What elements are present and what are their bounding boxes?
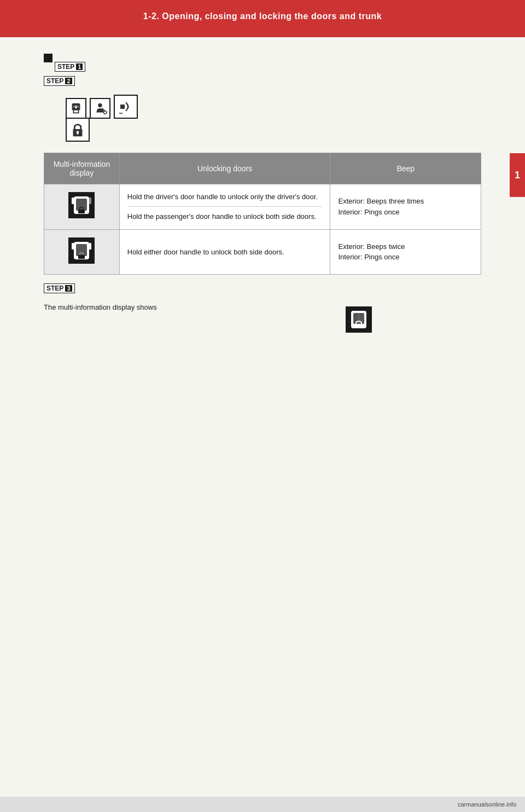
svg-rect-20 [76, 244, 87, 256]
sub-bar [0, 33, 525, 37]
table-row2-unlock-cell: Hold either door handle to unlock both s… [119, 229, 330, 275]
table-col2-header: Unlocking doors [119, 153, 330, 184]
table-col3-header: Beep [330, 153, 481, 184]
svg-rect-21 [72, 243, 74, 250]
table-row2-beep-cell: Exterior: Beeps twiceInterior: Pings onc… [330, 229, 481, 275]
footer-url: carmanualsonline.info [458, 801, 516, 808]
keyfob-person-icon [90, 98, 110, 119]
section-marker [44, 54, 52, 62]
svg-rect-15 [72, 198, 74, 204]
table-row2-icon-cell [44, 229, 120, 275]
svg-rect-2 [74, 111, 78, 113]
svg-rect-7 [120, 105, 125, 109]
step3-car-icon [346, 306, 372, 333]
header-title: 1-2. Opening, closing and locking the do… [143, 11, 382, 21]
table-row1-unlock-cell: Hold the driver's door handle to unlock … [119, 184, 330, 230]
main-content: STEP 1 STEP 2 [0, 37, 525, 355]
keyfob-beep-icon [114, 95, 138, 119]
svg-rect-14 [76, 199, 87, 211]
keyfob-icons-row2 [66, 118, 481, 142]
table-row1-icon-cell [44, 184, 120, 230]
header-bar: 1-2. Opening, closing and locking the do… [0, 0, 525, 33]
chapter-tab: 1 [510, 153, 525, 197]
table-col1-header: Multi-informationdisplay [44, 153, 120, 184]
step1-label: STEP 1 [55, 62, 86, 72]
svg-point-3 [75, 106, 77, 108]
svg-rect-16 [89, 198, 91, 204]
svg-rect-17 [78, 210, 85, 213]
svg-rect-11 [77, 132, 79, 135]
step3-area: STEP 3 The multi-information display sho… [44, 283, 481, 333]
svg-rect-26 [354, 324, 363, 327]
keyfob-icons-row [66, 95, 481, 119]
svg-point-4 [98, 103, 102, 107]
step2-label: STEP 2 [44, 76, 75, 86]
svg-rect-23 [78, 255, 85, 259]
step3-label: STEP 3 [44, 283, 75, 293]
table-row1-beep-cell: Exterior: Beeps three timesInterior: Pin… [330, 184, 481, 230]
footer-bar: carmanualsonline.info [0, 797, 525, 812]
table-row1-unlock2: Hold the passenger's door handle to unlo… [127, 206, 323, 222]
table-row-1: Hold the driver's door handle to unlock … [44, 184, 481, 230]
table-row-2: Hold either door handle to unlock both s… [44, 229, 481, 275]
info-table: Multi-informationdisplay Unlocking doors… [44, 153, 481, 275]
svg-rect-22 [89, 243, 91, 250]
step3-text: The multi-information display shows [44, 302, 335, 314]
keyfob-large-lock-icon [66, 118, 90, 142]
step3-content: The multi-information display shows [44, 302, 481, 333]
keyfob-lock-icon [66, 98, 86, 119]
